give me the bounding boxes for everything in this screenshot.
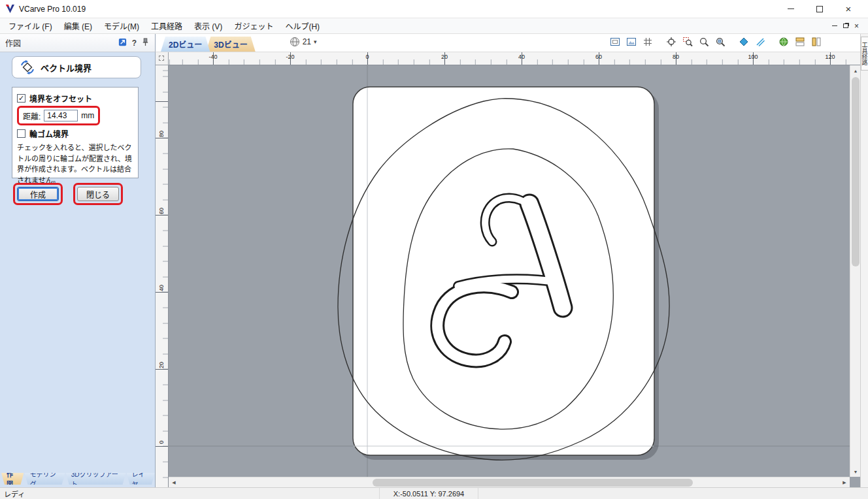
document-window-controls: × [832, 22, 865, 30]
zoom-level-dropdown[interactable]: 21 ▾ [290, 33, 317, 52]
rubber-band-checkbox[interactable] [17, 129, 25, 138]
right-dock-strip: 工具経路 [860, 34, 868, 487]
zoom-level-value: 21 [303, 37, 311, 46]
tab-2d-view[interactable]: 2Dビュー [161, 37, 210, 52]
pin-panel-button[interactable] [141, 38, 150, 48]
boundary-options-box: ✓ 境界をオフセット 距離: mm 輪ゴム境界 チェックを入れると、選択したベク… [12, 87, 139, 178]
vertical-scrollbar[interactable]: ▲ ▼ [850, 65, 860, 477]
document-minimize-icon [832, 25, 837, 26]
distance-input[interactable] [44, 110, 78, 121]
ruler-label: 100 [745, 54, 761, 60]
window-controls: × [776, 0, 863, 18]
center-view-icon[interactable] [664, 35, 678, 49]
ruler-label: 40 [158, 282, 165, 295]
view-3d-material-icon[interactable] [776, 35, 791, 49]
offset-boundary-label: 境界をオフセット [29, 93, 92, 104]
distance-label: 距離: [23, 110, 41, 121]
toolpaths-tab[interactable]: 工具経路 [861, 37, 868, 71]
maximize-icon [816, 6, 823, 12]
view-toolbar: 2Dビュー 3Dビュー 21 ▾ [156, 34, 860, 52]
tab-drawing[interactable]: 作図 [1, 473, 24, 485]
create-button[interactable]: 作成 [17, 187, 59, 201]
ruler-label: 20 [158, 359, 165, 372]
center-view-glyph [666, 37, 676, 47]
minimize-button[interactable] [776, 0, 805, 18]
menu-toolpaths[interactable]: 工具経路 [145, 18, 188, 33]
tile-windows-vertical-icon[interactable] [809, 35, 824, 49]
document-restore-icon [843, 24, 848, 28]
fit-window-icon[interactable] [608, 35, 622, 49]
app-logo-icon [5, 4, 15, 14]
menu-gadgets[interactable]: ガジェット [228, 18, 279, 33]
material-page-vector[interactable] [353, 87, 654, 455]
tab-layers[interactable]: レイヤ [127, 473, 155, 485]
action-buttons-row: 作成 閉じる [13, 183, 123, 205]
undock-panel-button[interactable] [118, 37, 127, 49]
status-ready-text: レディ [0, 489, 379, 499]
minimize-icon [788, 8, 794, 9]
ruler-label: 0 [359, 54, 375, 60]
zoom-box-icon[interactable] [680, 35, 695, 49]
grid-glyph [643, 37, 653, 47]
close-button[interactable]: × [834, 0, 863, 18]
distance-unit: mm [81, 111, 94, 120]
tab-3d-view[interactable]: 3Dビュー [206, 37, 255, 52]
zoom-in-glyph [699, 37, 709, 47]
horizontal-scrollbar-thumb[interactable] [373, 479, 693, 487]
tile-windows-horizontal-icon[interactable] [793, 35, 807, 49]
statusbar: レディ X:-50.0511 Y: 97.2694 [0, 487, 868, 499]
tab-3d-clipart[interactable]: 3Dクリップアート [66, 473, 126, 485]
vector-boundary-icon [20, 60, 35, 74]
tab-modeling[interactable]: モデリング [24, 473, 65, 485]
zoom-in-icon[interactable] [697, 35, 711, 49]
menubar: ファイル (F) 編集 (E) モデル(M) 工具経路 表示 (V) ガジェット… [0, 18, 868, 34]
undock-icon [118, 37, 127, 47]
fit-material-glyph [626, 37, 637, 47]
tool-title: ベクトル境界 [41, 61, 92, 74]
tile-vertical-glyph [811, 37, 822, 47]
horizontal-scrollbar[interactable]: ◀ ▶ [169, 477, 850, 487]
document-restore-button[interactable] [843, 24, 848, 28]
panel-title: 作図 [5, 37, 21, 48]
drawing-panel-header: 作図 ? [0, 34, 156, 52]
zoom-selected-icon[interactable] [713, 35, 727, 49]
zoom-selected-glyph [715, 37, 726, 47]
offset-boundary-checkbox[interactable]: ✓ [17, 94, 25, 103]
menu-model[interactable]: モデル(M) [98, 18, 145, 33]
snap-grid-icon[interactable] [737, 35, 751, 49]
maximize-button[interactable] [805, 0, 834, 18]
vertical-scrollbar-thumb[interactable] [852, 77, 860, 266]
scroll-up-button[interactable]: ▲ [850, 65, 860, 76]
ruler-vertical: 80 60 40 20 0 [156, 65, 169, 487]
create-highlight-box: 作成 [13, 183, 63, 205]
document-close-button[interactable]: × [854, 22, 859, 30]
ruler-label: 40 [514, 54, 529, 60]
close-icon: × [846, 4, 852, 14]
ruler-label: 0 [158, 436, 165, 449]
globe-icon [290, 37, 300, 47]
pin-icon [141, 38, 150, 46]
menu-file[interactable]: ファイル (F) [3, 18, 58, 33]
menu-help[interactable]: ヘルプ(H) [279, 18, 326, 33]
ruler-label: -20 [282, 54, 298, 60]
menu-view[interactable]: 表示 (V) [188, 18, 228, 33]
rubber-band-row: 輪ゴム境界 [17, 128, 133, 139]
guides-icon[interactable] [753, 35, 767, 49]
ruler-corner-icon [159, 56, 164, 61]
offset-boundary-row: ✓ 境界をオフセット [17, 93, 133, 104]
tool-title-box: ベクトル境界 [12, 56, 141, 78]
chevron-down-icon: ▾ [314, 39, 317, 45]
grid-icon[interactable] [641, 35, 655, 49]
menu-edit[interactable]: 編集 (E) [58, 18, 98, 33]
fit-material-icon[interactable] [624, 35, 639, 49]
side-panel-tabs: 作図 モデリング 3Dクリップアート レイヤ [1, 473, 155, 485]
scroll-right-button[interactable]: ▶ [839, 477, 850, 487]
canvas-2d-view[interactable]: ▲ ▼ ◀ ▶ [169, 65, 860, 487]
scroll-down-button[interactable]: ▼ [850, 466, 860, 477]
scroll-left-button[interactable]: ◀ [169, 477, 179, 487]
drawing-surface[interactable] [169, 65, 860, 487]
document-minimize-button[interactable] [832, 25, 837, 26]
close-tool-button[interactable]: 閉じる [77, 187, 119, 201]
ruler-label: 60 [591, 54, 607, 60]
help-button[interactable]: ? [132, 39, 137, 48]
